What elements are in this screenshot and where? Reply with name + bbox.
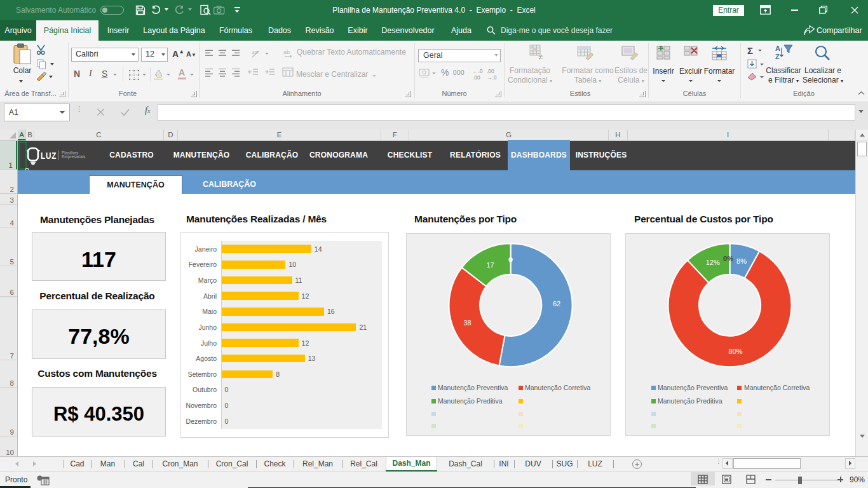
- svg-text:38: 38: [463, 319, 471, 327]
- svg-text:Z: Z: [775, 53, 780, 60]
- svg-text:8%: 8%: [736, 257, 747, 265]
- svg-text:0%: 0%: [723, 255, 733, 262]
- svg-text:17: 17: [486, 261, 494, 269]
- svg-text:ab: ab: [283, 49, 290, 55]
- svg-text:80%: 80%: [729, 348, 743, 355]
- svg-text:A: A: [775, 44, 780, 52]
- svg-text:62: 62: [553, 300, 560, 308]
- svg-text:12%: 12%: [706, 259, 720, 266]
- svg-text:ab: ab: [252, 50, 257, 55]
- svg-text:≠: ≠: [538, 52, 543, 61]
